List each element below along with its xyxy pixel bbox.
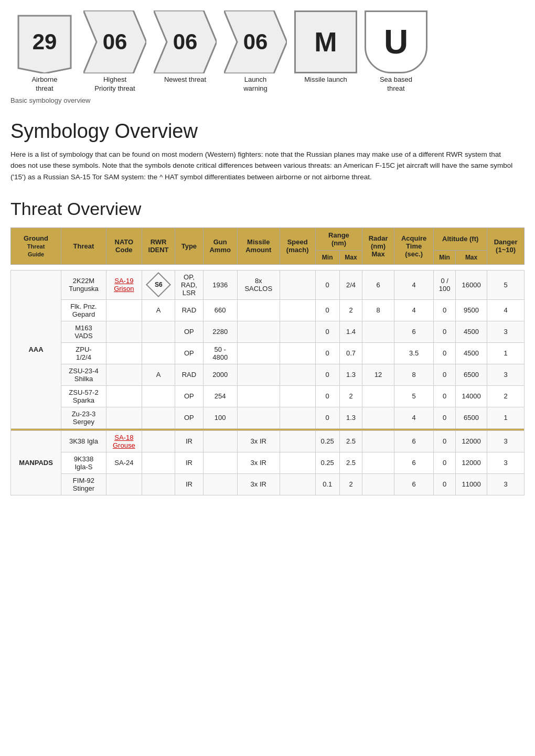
- table-row: Flk. Pnz.Gepard A RAD 660 0 2 8 4 0 9500…: [11, 299, 525, 321]
- sea-based-value: U: [384, 23, 408, 61]
- table-row: AAA 2K22MTunguska SA-19Grison S6 OP,RAD,…: [11, 270, 525, 299]
- range-max: 2: [339, 473, 362, 495]
- nato-code: [106, 299, 142, 321]
- highest-priority-value: 06: [103, 29, 127, 55]
- speed: [280, 299, 315, 321]
- radar-max: [362, 342, 394, 364]
- range-max: 2/4: [339, 270, 362, 299]
- range-max: 2.5: [339, 430, 362, 452]
- alt-max: 12000: [455, 430, 487, 452]
- gun-ammo: 50 -4800: [203, 342, 237, 364]
- rwr-ident: [142, 430, 175, 452]
- nato-code: SA-18Grouse: [106, 430, 142, 452]
- danger: 3: [487, 321, 525, 342]
- speed: [280, 364, 315, 385]
- type: OP: [175, 385, 203, 407]
- nato-code: [106, 321, 142, 342]
- newest-threat-value: 06: [173, 29, 198, 55]
- range-min: 0: [315, 342, 339, 364]
- launch-warning-icon-box: 06: [224, 10, 287, 73]
- radar-max: [362, 430, 394, 452]
- th-altitude: Altitude (ft): [434, 228, 487, 250]
- nato-link[interactable]: SA-18Grouse: [113, 434, 135, 449]
- rwr-ident: [142, 385, 175, 407]
- sea-based-label: Sea basedthreat: [380, 75, 412, 93]
- type: IR: [175, 452, 203, 473]
- threat-name: ZPU-1/2/4: [61, 342, 106, 364]
- range-max: 1.3: [339, 364, 362, 385]
- nato-code: [106, 385, 142, 407]
- gun-ammo: 660: [203, 299, 237, 321]
- sea-based-icon-box: U: [365, 10, 427, 73]
- airborne-icon-box: 29: [13, 10, 76, 73]
- threat-name: FIM-92Stinger: [61, 473, 106, 495]
- type: OP: [175, 321, 203, 342]
- threat-name: 9K338Igla-S: [61, 452, 106, 473]
- nato-code: SA-24: [106, 452, 142, 473]
- speed: [280, 385, 315, 407]
- nato-link[interactable]: SA-19Grison: [114, 277, 134, 293]
- rwr-ident: [142, 473, 175, 495]
- range-max: 2: [339, 299, 362, 321]
- missile-amount: [237, 321, 280, 342]
- group-label-manpads: MANPADS: [11, 430, 61, 495]
- threat-table: GroundThreatGuide Threat NATOCode RWRIDE…: [10, 228, 525, 495]
- danger: 3: [487, 452, 525, 473]
- alt-min: 0: [434, 407, 456, 428]
- th-acquire: AcquireTime(sec.): [394, 228, 433, 264]
- speed: [280, 407, 315, 428]
- alt-min: 0: [434, 321, 456, 342]
- th-alt-min: Min: [434, 250, 456, 264]
- threat-title: Threat Overview: [10, 199, 525, 219]
- radar-max: [362, 385, 394, 407]
- th-ground: GroundThreatGuide: [11, 228, 61, 264]
- gun-ammo: 2000: [203, 364, 237, 385]
- alt-min: 0 /100: [434, 270, 456, 299]
- table-row: Zu-23-3Sergey OP 100 0 1.3 4 0 6500 1: [11, 407, 525, 428]
- threat-name: Zu-23-3Sergey: [61, 407, 106, 428]
- range-min: 0.25: [315, 430, 339, 452]
- newest-threat-icon-box: 06: [154, 10, 217, 73]
- threat-name: 2K22MTunguska: [61, 270, 106, 299]
- radar-max: [362, 473, 394, 495]
- radar-max: 12: [362, 364, 394, 385]
- acquire-time: 4: [394, 407, 433, 428]
- th-threat: Threat: [61, 228, 106, 264]
- alt-max: 6500: [455, 407, 487, 428]
- nato-code: SA-19Grison: [106, 270, 142, 299]
- speed: [280, 473, 315, 495]
- gun-ammo: 2280: [203, 321, 237, 342]
- range-max: 2: [339, 385, 362, 407]
- symbol-highest-priority: 06 HighestPriority threat: [81, 10, 149, 93]
- th-type: Type: [175, 228, 203, 264]
- nato-code: [106, 364, 142, 385]
- danger: 5: [487, 270, 525, 299]
- alt-min: 0: [434, 385, 456, 407]
- range-min: 0.25: [315, 452, 339, 473]
- symbol-missile-launch: M Missile launch: [292, 10, 360, 93]
- spacer-row: [11, 264, 525, 270]
- danger: 3: [487, 430, 525, 452]
- acquire-time: 6: [394, 473, 433, 495]
- airborne-value: 29: [33, 29, 57, 55]
- gun-ammo: [203, 430, 237, 452]
- th-range: Range(nm): [315, 228, 362, 250]
- symbology-title: Symbology Overview: [10, 120, 525, 143]
- gun-ammo: 100: [203, 407, 237, 428]
- threat-name: Flk. Pnz.Gepard: [61, 299, 106, 321]
- gun-ammo: [203, 473, 237, 495]
- range-min: 0: [315, 270, 339, 299]
- rwr-ident: [142, 407, 175, 428]
- danger: 1: [487, 342, 525, 364]
- acquire-time: 4: [394, 270, 433, 299]
- group-label-aaa: AAA: [11, 270, 61, 428]
- range-min: 0: [315, 385, 339, 407]
- missile-amount: 3x IR: [237, 473, 280, 495]
- range-max: 1.4: [339, 321, 362, 342]
- alt-min: 0: [434, 452, 456, 473]
- table-row: MANPADS 3K38 Igla SA-18Grouse IR 3x IR 0…: [11, 430, 525, 452]
- type: IR: [175, 430, 203, 452]
- threat-name: ZSU-23-4Shilka: [61, 364, 106, 385]
- alt-max: 9500: [455, 299, 487, 321]
- type: OP: [175, 407, 203, 428]
